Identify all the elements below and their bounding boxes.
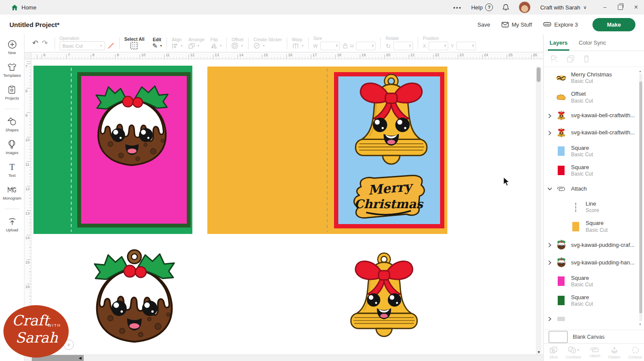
lock-icon[interactable] bbox=[343, 43, 348, 49]
sidebar-item-text[interactable]: T Text bbox=[7, 162, 17, 178]
chevron-right-icon[interactable] bbox=[548, 316, 552, 322]
kawaii-pudding-illustration[interactable] bbox=[96, 86, 168, 165]
offset-button[interactable]: ▾ bbox=[231, 42, 243, 49]
tab-color-sync[interactable]: Color Sync bbox=[579, 39, 606, 46]
chevron-right-icon[interactable] bbox=[548, 113, 552, 118]
make-button[interactable]: Make bbox=[592, 18, 635, 31]
slice-button[interactable]: Slice bbox=[549, 346, 558, 359]
layer-row[interactable]: svg-kawaii-bell-craftwith... bbox=[544, 109, 644, 123]
sidebar-item-shapes[interactable]: Shapes bbox=[6, 117, 19, 132]
contour-button[interactable]: Contour bbox=[629, 346, 642, 359]
sidebar-item-new[interactable]: New bbox=[7, 39, 17, 55]
scroll-down-arrow-icon[interactable]: ▼ bbox=[537, 350, 541, 354]
tab-home[interactable]: Home bbox=[3, 0, 45, 15]
ruler-label: 26 bbox=[533, 53, 537, 57]
ruler-label: 11 bbox=[25, 162, 29, 167]
edit-button[interactable]: ✎▾ bbox=[152, 42, 162, 49]
ruler-label: 10 bbox=[141, 53, 146, 57]
my-stuff-button[interactable]: My Stuff bbox=[501, 21, 532, 28]
canvas-vertical-scrollbar[interactable]: ▼ bbox=[536, 67, 541, 355]
ungroup-icon[interactable] bbox=[550, 55, 558, 63]
sidebar-item-images[interactable]: Images bbox=[6, 140, 18, 155]
duplicate-icon[interactable] bbox=[567, 55, 574, 63]
layer-row[interactable]: Attach bbox=[544, 182, 644, 196]
machine-select-button[interactable]: Explore 3 bbox=[543, 21, 578, 28]
panel-scrollbar[interactable]: ▴ ▾ bbox=[639, 70, 643, 326]
sidebar-item-upload[interactable]: Upload bbox=[6, 217, 18, 232]
bell-card-group[interactable]: Merry Christmas bbox=[207, 67, 447, 234]
chevron-right-icon[interactable] bbox=[548, 130, 552, 136]
layer-row[interactable]: svg-kawaii-pudding-craf... bbox=[544, 238, 644, 253]
layer-row[interactable]: SquareBasic Cut bbox=[544, 273, 644, 290]
chevron-right-icon[interactable] bbox=[548, 243, 552, 248]
flip-button[interactable]: ▾ bbox=[210, 43, 222, 49]
blank-canvas-row[interactable]: Blank Canvas bbox=[544, 330, 644, 344]
create-sticker-button[interactable]: ▾ bbox=[253, 42, 264, 49]
text-tool-icon: T bbox=[7, 162, 17, 172]
scrollbar-thumb[interactable] bbox=[639, 82, 642, 313]
overflow-menu-icon[interactable]: ••• bbox=[453, 4, 462, 11]
kawaii-bell-ornament[interactable] bbox=[351, 253, 417, 336]
layer-name: svg-kawaii-bell-craftwith... bbox=[571, 129, 635, 136]
layer-row[interactable]: svg-kawaii-pudding-han... bbox=[544, 255, 644, 270]
save-button[interactable]: Save bbox=[477, 21, 490, 28]
flatten-button[interactable]: Flatten bbox=[608, 346, 620, 359]
position-y-input[interactable]: ▲▼ bbox=[456, 42, 476, 50]
pudding-ornament-group[interactable] bbox=[85, 248, 184, 355]
tab-layers[interactable]: Layers bbox=[550, 39, 568, 46]
layer-row[interactable]: SquareBasic Cut bbox=[544, 162, 644, 179]
sidebar-item-projects[interactable]: Projects bbox=[5, 85, 19, 100]
layer-row[interactable]: SquareBasic Cut bbox=[544, 143, 644, 160]
redo-button[interactable]: ↷ bbox=[40, 39, 49, 47]
arrange-button[interactable]: ▾ bbox=[188, 43, 199, 49]
merry-christmas-sticker[interactable]: Merry Christmas bbox=[354, 176, 425, 218]
ruler-label: 14 bbox=[239, 53, 243, 57]
select-all-group: Select All bbox=[125, 37, 145, 50]
width-input[interactable]: ▲▼ bbox=[320, 42, 340, 50]
layer-row[interactable]: SquareBasic Cut bbox=[544, 292, 644, 309]
maximize-button[interactable] bbox=[618, 5, 623, 10]
layer-row[interactable]: svg-kawaii-bell-craftwith... bbox=[544, 126, 644, 140]
pudding-card-group[interactable] bbox=[33, 66, 192, 234]
chevron-right-icon[interactable] bbox=[548, 260, 552, 265]
combine-button[interactable]: ▾ Combine bbox=[566, 346, 581, 359]
scroll-down-icon[interactable]: ▾ bbox=[639, 323, 641, 326]
design-canvas[interactable]: 67891011121314151617181920212223242526 7… bbox=[24, 52, 543, 355]
ruler-corner bbox=[24, 52, 31, 59]
avatar[interactable] bbox=[519, 1, 531, 13]
chevron-down-icon[interactable] bbox=[547, 187, 553, 191]
layer-row[interactable]: LineScore bbox=[544, 199, 644, 215]
align-button[interactable]: ▾ bbox=[172, 43, 182, 49]
operation-color-pen-icon[interactable] bbox=[108, 42, 115, 49]
help-button[interactable]: Help ? bbox=[471, 3, 493, 11]
position-x-input[interactable]: ▲▼ bbox=[428, 42, 448, 50]
layer-row[interactable]: Merry ChristmasBasic Cut bbox=[544, 70, 644, 86]
canvas-horizontal-scrollbar[interactable]: ◀ bbox=[24, 355, 543, 361]
account-menu[interactable]: Craft with Sarah ∨ bbox=[540, 4, 586, 11]
layer-row[interactable]: OffsetBasic Cut bbox=[544, 89, 644, 106]
select-all-button[interactable] bbox=[131, 42, 138, 49]
bell-ornament-group[interactable] bbox=[340, 249, 428, 344]
scrollbar-thumb[interactable] bbox=[537, 67, 541, 82]
minimize-button[interactable]: − bbox=[603, 4, 606, 11]
rotate-input[interactable]: ▲▼ bbox=[393, 42, 413, 50]
attach-button[interactable]: Attach bbox=[589, 347, 601, 358]
warp-group: Warp ▾ bbox=[292, 37, 304, 49]
pudding-thumbnail bbox=[556, 240, 567, 251]
sidebar-item-templates[interactable]: Templates bbox=[3, 62, 21, 78]
warp-button[interactable]: ▾ bbox=[292, 43, 304, 49]
notifications-bell-icon[interactable] bbox=[502, 4, 509, 11]
operation-select[interactable]: Basic Cut▾ bbox=[60, 41, 105, 50]
layer-row[interactable]: SquareBasic Cut bbox=[544, 218, 644, 235]
kawaii-pudding-ornament[interactable] bbox=[94, 250, 174, 342]
undo-button[interactable]: ↶ bbox=[30, 39, 40, 47]
scroll-left-arrow-icon[interactable]: ◀ bbox=[79, 356, 82, 360]
scroll-up-icon[interactable]: ▴ bbox=[639, 70, 641, 73]
close-button[interactable]: × bbox=[634, 3, 638, 11]
color-swatch-thumbnail bbox=[558, 166, 565, 175]
layer-row[interactable] bbox=[544, 312, 644, 326]
flip-icon bbox=[210, 43, 217, 49]
height-input[interactable]: ▲▼ bbox=[356, 42, 376, 50]
delete-trash-icon[interactable] bbox=[583, 55, 590, 63]
sidebar-item-monogram[interactable]: Monogram bbox=[3, 185, 21, 200]
